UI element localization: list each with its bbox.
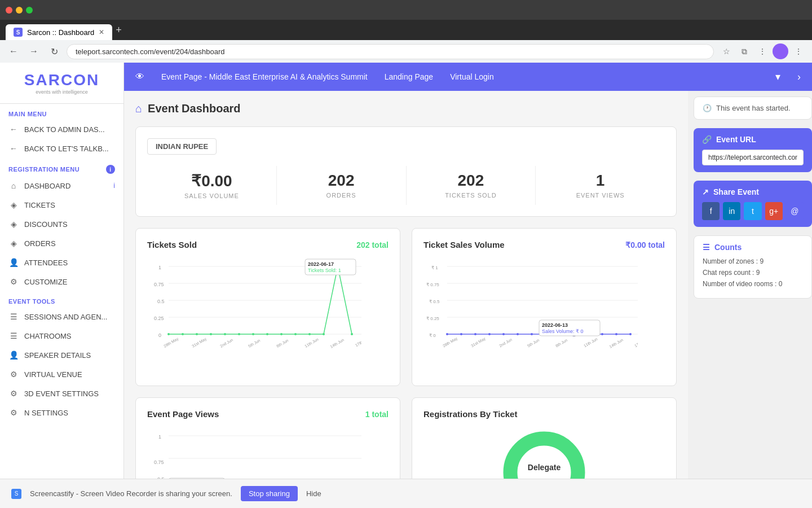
share-email-button[interactable]: @ xyxy=(786,202,804,220)
profile-avatar[interactable] xyxy=(773,43,788,59)
sidebar-discounts-label: DISCOUNTS xyxy=(24,220,68,229)
currency-tab[interactable]: INDIAN RUPEE xyxy=(147,138,217,155)
share-facebook-button[interactable]: f xyxy=(702,202,720,220)
top-nav-dropdown-icon[interactable]: ▾ xyxy=(775,71,780,83)
svg-text:Tickets Sold: 1: Tickets Sold: 1 xyxy=(308,268,341,273)
sidebar-3d-label: 3D EVENT SETTINGS xyxy=(24,389,99,398)
sidebar-item-tickets[interactable]: ◈ TICKETS xyxy=(0,195,123,214)
hide-button[interactable]: Hide xyxy=(306,489,321,498)
top-nav-virtual-login[interactable]: Virtual Login xyxy=(450,72,494,81)
zones-row: Number of zones : 9 xyxy=(703,257,803,265)
stop-sharing-button[interactable]: Stop sharing xyxy=(241,486,298,501)
browser-tabs-bar: S Sarcon :: Dashboard ✕ + xyxy=(0,20,812,40)
svg-point-14 xyxy=(224,333,226,335)
event-started-text: This event has started. xyxy=(716,104,791,112)
active-tab[interactable]: S Sarcon :: Dashboard ✕ xyxy=(6,24,112,40)
tickets-chart-total: 202 total xyxy=(356,240,389,249)
eye-icon: 👁 xyxy=(135,72,144,82)
svg-text:2nd Jun: 2nd Jun xyxy=(498,338,513,348)
share-linkedin-button[interactable]: in xyxy=(723,202,740,220)
video-rooms-label: Number of video rooms xyxy=(703,280,773,288)
virtual-icon: ⚙ xyxy=(8,369,19,379)
back-button[interactable]: ← xyxy=(6,43,21,59)
event-started-card: 🕐 This event has started. xyxy=(694,97,812,120)
svg-text:0.5: 0.5 xyxy=(157,299,165,304)
zones-label: Number of zones xyxy=(703,257,754,265)
sidebar-item-sessions[interactable]: ☰ SESSIONS AND AGEN... xyxy=(0,307,123,326)
sidebar-chatrooms-label: CHATROOMS xyxy=(24,332,72,340)
sidebar-item-virtual-venue[interactable]: ⚙ VIRTUAL VENUE xyxy=(0,365,123,384)
sidebar-item-dashboard[interactable]: ⌂ DASHBOARD i xyxy=(0,176,123,195)
sessions-icon: ☰ xyxy=(8,312,19,322)
sidebar-item-customize[interactable]: ⚙ CUSTOMIZE xyxy=(0,272,123,291)
svg-text:0.75: 0.75 xyxy=(154,459,164,465)
svg-text:0: 0 xyxy=(158,332,161,338)
browser-actions: ☆ ⧉ ⋮ ⋮ xyxy=(718,43,806,59)
menu-icon[interactable]: ⋮ xyxy=(791,43,806,59)
sidebar-item-3d-settings[interactable]: ⚙ 3D EVENT SETTINGS xyxy=(0,384,123,403)
svg-text:₹ 0.5: ₹ 0.5 xyxy=(429,299,440,304)
forward-button[interactable]: → xyxy=(26,43,42,59)
svg-point-58 xyxy=(629,333,632,335)
sidebar-sessions-label: SESSIONS AND AGEN... xyxy=(24,313,107,321)
clock-icon: 🕐 xyxy=(703,104,712,112)
top-nav-landing-page[interactable]: Landing Page xyxy=(385,72,433,81)
main-content: ⌂ Event Dashboard INDIAN RUPEE ₹0.00 SAL… xyxy=(124,91,688,508)
tab-close-button[interactable]: ✕ xyxy=(99,28,104,36)
sidebar-virtual-label: VIRTUAL VENUE xyxy=(24,370,82,379)
svg-text:1: 1 xyxy=(158,434,161,440)
sidebar-item-n-settings[interactable]: ⚙ N SETTINGS xyxy=(0,403,123,422)
stat-tickets-sold: 202 TICKETS SOLD xyxy=(407,166,536,205)
top-nav-arrow-icon[interactable]: › xyxy=(797,71,801,83)
tickets-chart-svg: 1 0.75 0.5 0.25 0 xyxy=(147,258,361,348)
reload-button[interactable]: ↻ xyxy=(46,43,62,59)
svg-point-49 xyxy=(502,333,505,335)
svg-text:28th May: 28th May xyxy=(442,336,458,348)
notification-message: Screencastify - Screen Video Recorder is… xyxy=(30,489,232,498)
svg-text:₹ 0.75: ₹ 0.75 xyxy=(426,282,439,287)
page-views-title: Event Page Views xyxy=(147,409,219,419)
chat-reps-colon: : xyxy=(752,269,756,277)
svg-text:14th Jun: 14th Jun xyxy=(329,338,345,348)
event-url-title-text: Event URL xyxy=(716,135,756,144)
sidebar-item-speaker-details[interactable]: 👤 SPEAKER DETAILS xyxy=(0,345,123,365)
svg-point-13 xyxy=(210,333,212,335)
settings-icon[interactable]: ⋮ xyxy=(754,43,770,59)
svg-point-19 xyxy=(294,333,297,335)
svg-point-46 xyxy=(460,333,462,335)
video-rooms-value: 0 xyxy=(779,280,783,288)
svg-text:11th Jun: 11th Jun xyxy=(583,337,598,348)
chatrooms-icon: ☰ xyxy=(8,331,19,341)
top-nav-event-page[interactable]: Event Page - Middle East Enterprise AI &… xyxy=(161,72,368,81)
chat-reps-label: Chat reps count xyxy=(703,269,751,277)
event-url-input[interactable] xyxy=(702,150,804,165)
sidebar-item-back-admin[interactable]: ← BACK TO ADMIN DAS... xyxy=(0,120,123,139)
sidebar-item-attendees[interactable]: 👤 ATTENDEES xyxy=(0,253,123,272)
svg-point-17 xyxy=(266,333,268,335)
sales-chart-area: ₹ 1 ₹ 0.75 ₹ 0.5 ₹ 0.25 ₹ 0 xyxy=(423,258,665,351)
page-title-text: Event Dashboard xyxy=(148,102,240,115)
sidebar-item-orders[interactable]: ◈ ORDERS xyxy=(0,234,123,253)
sidebar-orders-label: ORDERS xyxy=(24,239,56,248)
sales-chart-total: ₹0.00 total xyxy=(625,240,665,249)
bookmark-icon[interactable]: ☆ xyxy=(718,43,734,59)
extensions-icon[interactable]: ⧉ xyxy=(736,43,752,59)
svg-text:Sales Volume: ₹ 0: Sales Volume: ₹ 0 xyxy=(542,329,584,334)
svg-text:₹ 0.25: ₹ 0.25 xyxy=(426,316,439,321)
new-tab-button[interactable]: + xyxy=(112,21,125,40)
svg-text:1: 1 xyxy=(158,265,161,270)
share-twitter-button[interactable]: t xyxy=(744,202,761,220)
orders-icon: ◈ xyxy=(8,238,19,248)
n-settings-icon: ⚙ xyxy=(8,408,19,418)
svg-text:Delegate: Delegate xyxy=(528,463,561,472)
counts-title-text: Counts xyxy=(714,243,742,252)
sidebar-item-discounts[interactable]: ◈ DISCOUNTS xyxy=(0,214,123,234)
back-arrow2-icon: ← xyxy=(8,143,19,154)
main-area: 👁 Event Page - Middle East Enterprise AI… xyxy=(124,63,812,508)
sidebar-item-back-lets-talk[interactable]: ← BACK TO LET'S TALKB... xyxy=(0,139,123,158)
share-googleplus-button[interactable]: g+ xyxy=(765,202,783,220)
address-input[interactable] xyxy=(67,44,714,59)
sidebar-n-label: N SETTINGS xyxy=(24,409,68,417)
svg-point-21 xyxy=(323,333,325,335)
sidebar-item-chatrooms[interactable]: ☰ CHATROOMS xyxy=(0,326,123,345)
